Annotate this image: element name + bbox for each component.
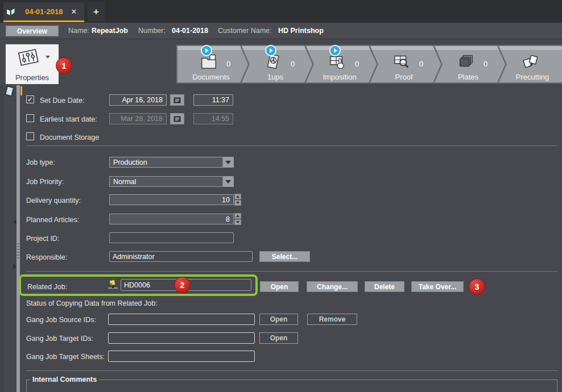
collapse-right-icon[interactable] <box>13 264 16 269</box>
gang-sheets-label: Gang Job Target Sheets: <box>26 353 105 361</box>
play-status-icon <box>202 46 211 55</box>
workflow-step-plates[interactable]: 0 Plates <box>433 45 506 84</box>
due-date-calendar-button[interactable] <box>170 94 184 106</box>
planned-articles-field[interactable] <box>109 214 234 224</box>
annotation-badge-1: 1 <box>56 57 72 74</box>
tab-bar: 04-01-2018 ✕ + <box>0 0 562 23</box>
proof-magnifier-icon <box>392 52 411 72</box>
related-job-label: Related Job: <box>27 283 67 291</box>
stepper-down-button[interactable] <box>234 219 241 225</box>
tab-job[interactable]: 04-01-2018 ✕ <box>18 2 84 21</box>
stepper-up-button[interactable] <box>234 194 241 199</box>
related-job-change-button[interactable]: Change... <box>307 281 358 292</box>
gang-source-open-button[interactable]: Open <box>259 314 298 325</box>
internal-comments-group: Internal Comments <box>26 376 557 392</box>
earliest-start-label: Earliest start date: <box>40 115 97 123</box>
documents-label: Documents <box>176 73 246 81</box>
gang-target-label: Gang Job Target IDs: <box>26 335 93 343</box>
earliest-start-calendar-button[interactable] <box>170 113 184 124</box>
precutting-sheets-icon <box>520 52 540 72</box>
related-job-link-icon <box>108 278 119 291</box>
calendar-icon <box>173 97 181 103</box>
panel-splitter[interactable] <box>16 85 20 392</box>
annotation-badge-3: 3 <box>469 278 485 295</box>
app-logo-tile[interactable] <box>3 2 18 21</box>
number-label: Number: <box>138 23 166 39</box>
separator <box>26 271 557 272</box>
gang-target-field[interactable] <box>108 332 255 344</box>
job-header: Overview Name: RepeatJob Number: 04-01-2… <box>0 23 562 39</box>
splitter-drag-handle[interactable] <box>17 243 19 260</box>
document-storage-label: Document Storage <box>40 134 99 141</box>
job-type-dropdown[interactable]: Production <box>109 157 234 168</box>
active-tab-underline <box>3 20 84 22</box>
documents-count: 0 <box>226 60 230 68</box>
properties-button[interactable]: Properties <box>6 44 59 84</box>
select-button[interactable]: Select... <box>259 251 310 262</box>
delivery-quantity-stepper <box>234 194 241 206</box>
sidebar-plate-icon[interactable] <box>5 86 15 98</box>
customer-name-value: HD Printshop <box>278 23 324 39</box>
documents-folder-icon <box>199 52 218 72</box>
collapse-left-icon[interactable] <box>13 219 16 225</box>
workflow-step-imposition[interactable]: 0 Imposition <box>305 45 378 84</box>
job-type-label: Job type: <box>26 159 55 166</box>
play-status-icon <box>330 46 340 55</box>
chevron-up-icon <box>236 195 239 198</box>
imposition-hand-icon <box>328 52 347 72</box>
customer-name-label: Customer Name: <box>218 23 271 39</box>
chevron-down-icon <box>236 221 239 223</box>
delivery-quantity-field[interactable] <box>109 194 234 205</box>
overview-button[interactable]: Overview <box>6 26 59 36</box>
gang-source-label: Gang Job Source IDs: <box>26 316 96 324</box>
chevron-down-icon <box>46 56 50 59</box>
related-job-open-button[interactable]: Open <box>260 281 299 292</box>
dropdown-arrow-button[interactable] <box>222 177 233 186</box>
dropdown-arrow-button[interactable] <box>222 157 233 167</box>
workflow-step-precutting[interactable]: Precutting <box>498 45 562 84</box>
workflow-step-documents[interactable]: 0 Documents <box>176 45 249 84</box>
tab-close-icon[interactable]: ✕ <box>71 7 77 16</box>
tab-job-label: 04-01-2018 <box>25 7 63 16</box>
chevron-up-icon <box>236 215 239 217</box>
workflow-step-1ups[interactable]: 0 1ups <box>241 45 313 84</box>
plates-count: 0 <box>484 60 487 68</box>
project-id-field[interactable] <box>109 232 234 243</box>
stepper-up-button[interactable] <box>234 213 241 219</box>
name-value: RepeatJob <box>92 23 128 39</box>
job-priority-value: Normal <box>110 178 222 186</box>
gang-target-open-button[interactable]: Open <box>259 332 298 344</box>
splitter-accent <box>20 86 22 95</box>
document-storage-checkbox[interactable] <box>26 132 34 140</box>
calendar-icon <box>173 116 181 122</box>
gang-source-remove-button[interactable]: Remove <box>307 314 357 325</box>
project-id-label: Project ID: <box>26 235 59 243</box>
annotation-badge-2: 2 <box>174 277 191 293</box>
separator <box>26 370 557 371</box>
new-tab-button[interactable]: + <box>88 2 105 21</box>
earliest-start-date-field[interactable] <box>109 113 167 124</box>
related-job-delete-button[interactable]: Delete <box>365 281 404 292</box>
job-priority-dropdown[interactable]: Normal <box>109 176 234 187</box>
copy-status-label: Status of Copying Data from Related Job: <box>26 299 158 307</box>
due-time-field[interactable] <box>193 94 233 106</box>
earliest-start-checkbox[interactable] <box>26 114 34 122</box>
precutting-label: Precutting <box>498 73 562 81</box>
stepper-down-button[interactable] <box>234 200 241 206</box>
checkmark-icon: ✓ <box>27 96 33 103</box>
properties-label: Properties <box>6 73 59 82</box>
gang-source-field[interactable] <box>108 314 255 325</box>
number-value: 04-01-2018 <box>172 23 208 39</box>
plates-stack-icon <box>456 52 476 72</box>
workflow-step-proof[interactable]: 0 Proof <box>369 45 442 84</box>
job-type-value: Production <box>110 159 222 166</box>
gang-sheets-field[interactable] <box>108 351 255 362</box>
due-date-field[interactable] <box>109 94 167 106</box>
responsible-field[interactable] <box>109 251 253 262</box>
take-over-button[interactable]: Take Over... <box>411 281 464 292</box>
plates-label: Plates <box>433 73 503 81</box>
job-priority-label: Job Priority: <box>26 178 64 186</box>
delivery-quantity-label: Delivery quantity: <box>26 197 81 205</box>
set-due-date-checkbox[interactable]: ✓ <box>26 95 34 103</box>
earliest-start-time-field[interactable] <box>193 113 233 124</box>
